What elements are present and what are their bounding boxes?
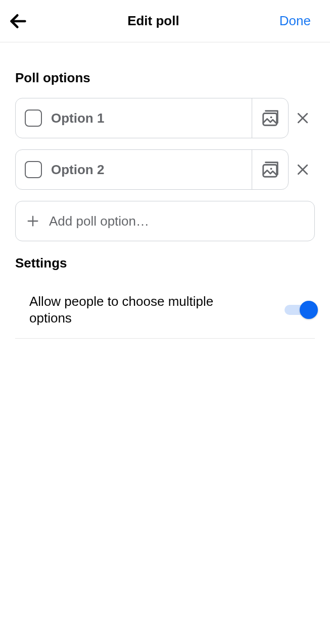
header: Edit poll Done: [0, 0, 330, 42]
svg-point-2: [270, 117, 272, 119]
poll-option-main[interactable]: [16, 161, 252, 178]
page-title: Edit poll: [127, 13, 179, 29]
toggle-knob: [300, 301, 318, 319]
checkbox-icon: [25, 161, 42, 178]
arrow-left-icon: [8, 11, 28, 31]
remove-option-button[interactable]: [291, 157, 315, 182]
done-button[interactable]: Done: [276, 10, 321, 32]
poll-option-box: [15, 98, 289, 138]
add-option-label: Add poll option…: [49, 213, 149, 229]
poll-option-input[interactable]: [51, 111, 252, 126]
close-icon: [295, 111, 310, 126]
add-image-button[interactable]: [252, 98, 288, 138]
poll-option-box: [15, 149, 289, 190]
poll-option-input[interactable]: [51, 162, 252, 178]
remove-option-button[interactable]: [291, 106, 315, 130]
options-section-title: Poll options: [15, 70, 315, 86]
checkbox-icon: [25, 110, 42, 127]
content: Poll options: [0, 42, 330, 339]
back-button[interactable]: [6, 9, 30, 33]
close-icon: [295, 162, 310, 177]
add-image-button[interactable]: [252, 150, 288, 189]
image-icon: [261, 109, 280, 128]
settings-section-title: Settings: [15, 255, 315, 271]
poll-option-main[interactable]: [16, 110, 252, 127]
settings-row-multiple: Allow people to choose multiple options: [15, 283, 315, 339]
poll-option-row: [15, 149, 315, 190]
poll-option-row: [15, 98, 315, 138]
svg-rect-5: [263, 165, 276, 177]
image-icon: [261, 160, 280, 179]
svg-point-6: [270, 168, 272, 170]
multiple-options-toggle[interactable]: [285, 301, 315, 319]
svg-rect-1: [263, 114, 276, 126]
settings-label: Allow people to choose multiple options: [29, 293, 242, 326]
add-option-button[interactable]: Add poll option…: [15, 201, 315, 241]
plus-icon: [26, 214, 40, 228]
